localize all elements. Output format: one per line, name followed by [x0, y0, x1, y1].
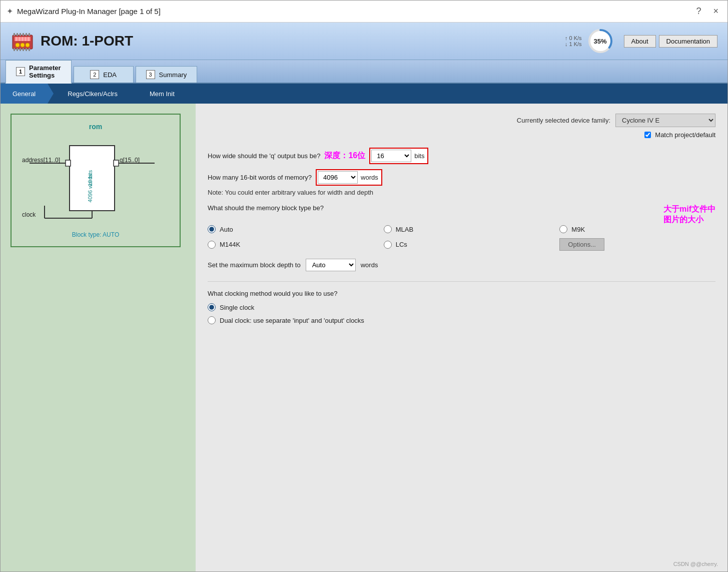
header-area: ROM: 1-PORT ↑ 0 K/s ↓ 1 K/s 35% About	[1, 23, 727, 60]
tab-num-3: 3	[146, 70, 155, 79]
svg-rect-21	[29, 48, 30, 51]
radio-m144k-input[interactable]	[208, 241, 216, 249]
svg-text:4096 words: 4096 words	[87, 174, 93, 202]
mem-words-label: How many 16-bit words of memory?	[208, 174, 312, 181]
max-depth-select[interactable]: Auto 256 512 1024	[306, 259, 356, 271]
window-title: MegaWizard Plug-In Manager [page 1 of 5]	[17, 7, 161, 16]
svg-rect-3	[19, 37, 21, 41]
tab-num-2: 2	[90, 70, 99, 79]
radio-single-clock-input[interactable]	[208, 303, 216, 311]
svg-rect-28	[66, 160, 71, 166]
svg-rect-17	[17, 48, 18, 51]
radio-auto-input[interactable]	[208, 225, 216, 233]
block-type-section: What should the memory block type be? 大于…	[208, 204, 715, 251]
svg-point-7	[16, 43, 20, 47]
svg-rect-14	[26, 33, 27, 36]
max-depth-unit: words	[361, 261, 378, 269]
radio-mlab-input[interactable]	[384, 225, 392, 233]
sub-nav: General Regs/Clken/Aclrs Mem Init	[1, 84, 727, 104]
clocking-section: What clocking method would you like to u…	[208, 290, 715, 324]
subnav-general-label: General	[13, 90, 36, 98]
subnav-regs[interactable]: Regs/Clken/Aclrs	[56, 84, 130, 104]
svg-rect-13	[23, 33, 24, 36]
subnav-mem-init[interactable]: Mem Init	[138, 84, 187, 104]
block-type-section-label: What should the memory block type be?	[208, 204, 324, 212]
device-family-label: Currently selected device family:	[517, 117, 610, 124]
q-bus-label: How wide should the 'q' output bus be?	[208, 152, 320, 160]
block-type-label: Block type: AUTO	[20, 231, 172, 238]
app-icon: ✦	[7, 7, 13, 16]
radio-m9k-input[interactable]	[559, 225, 567, 233]
radio-m9k-label[interactable]: M9K	[571, 226, 585, 233]
svg-rect-5	[25, 37, 27, 41]
circuit-diagram: 16 bits 4096 words address[11..0] q[15..…	[20, 136, 175, 226]
tab-parameter-settings[interactable]: 1 ParameterSettings	[6, 60, 72, 84]
svg-rect-10	[14, 33, 15, 36]
mem-words-select-group: 256 512 1024 2048 4096 words	[316, 169, 382, 186]
block-annotation: 大于mif文件中 图片的大小	[663, 204, 715, 225]
q-bus-select[interactable]: 8 16 32 64	[371, 150, 411, 162]
svg-rect-6	[28, 37, 30, 41]
clocking-label: What clocking method would you like to u…	[208, 290, 715, 297]
svg-rect-30	[114, 160, 119, 166]
radio-m9k: M9K	[559, 225, 715, 233]
svg-rect-11	[17, 33, 18, 36]
subnav-general[interactable]: General	[1, 84, 48, 104]
progress-circle: 35%	[587, 28, 614, 55]
progress-area: ↑ 0 K/s ↓ 1 K/s 35%	[565, 28, 614, 55]
about-button[interactable]: About	[624, 35, 656, 48]
left-panel: rom 16 bits 4096 words	[1, 104, 196, 571]
radio-auto-label[interactable]: Auto	[220, 226, 233, 233]
radio-dual-clock-input[interactable]	[208, 316, 216, 324]
close-button[interactable]: ×	[710, 5, 721, 18]
help-button[interactable]: ?	[693, 5, 704, 18]
tab-eda[interactable]: 2 EDA	[74, 66, 134, 83]
svg-rect-2	[16, 37, 18, 41]
max-depth-label: Set the maximum block depth to	[208, 261, 301, 269]
tab-label-1: ParameterSettings	[29, 64, 61, 79]
mem-words-select[interactable]: 256 512 1024 2048 4096	[318, 171, 358, 184]
progress-stats: ↑ 0 K/s ↓ 1 K/s	[565, 35, 582, 47]
q-unit-label: bits	[414, 152, 426, 160]
svg-text:clock: clock	[22, 211, 36, 218]
documentation-button[interactable]: Documentation	[659, 35, 717, 48]
header-left: ROM: 1-PORT	[11, 29, 133, 53]
svg-text:q[15..0]: q[15..0]	[120, 157, 140, 164]
match-project-row: Match project/default	[208, 131, 715, 139]
radio-m144k-label[interactable]: M144K	[220, 241, 240, 248]
page-title: ROM: 1-PORT	[41, 33, 133, 49]
separator	[208, 281, 715, 282]
header-buttons: About Documentation	[624, 35, 717, 48]
q-bus-row: How wide should the 'q' output bus be? 深…	[208, 148, 715, 164]
radio-single-clock-label[interactable]: Single clock	[220, 304, 254, 311]
radio-dual-clock-label[interactable]: Dual clock: use separate 'input' and 'ou…	[220, 317, 364, 324]
tab-summary[interactable]: 3 Summary	[136, 66, 198, 83]
title-bar: ✦ MegaWizard Plug-In Manager [page 1 of …	[1, 1, 727, 23]
radio-mlab-label[interactable]: MLAB	[396, 226, 413, 233]
right-panel: Currently selected device family: Cyclon…	[196, 104, 727, 571]
svg-text:address[11..0]: address[11..0]	[22, 157, 60, 164]
match-project-checkbox[interactable]	[644, 132, 651, 138]
tab-label-3: Summary	[159, 71, 187, 79]
main-window: ✦ MegaWizard Plug-In Manager [page 1 of …	[0, 0, 728, 572]
page-tabs: 1 ParameterSettings 2 EDA 3 Summary	[1, 60, 727, 84]
note-text: Note: You could enter arbitrary values f…	[208, 189, 715, 196]
svg-rect-19	[23, 48, 24, 51]
subnav-mem-init-label: Mem Init	[150, 90, 175, 98]
subnav-regs-label: Regs/Clken/Aclrs	[68, 90, 118, 98]
block-type-radio-group: Auto MLAB M9K M144K	[208, 225, 715, 251]
diagram-title: rom	[20, 123, 172, 131]
radio-dual-clock: Dual clock: use separate 'input' and 'ou…	[208, 316, 715, 324]
radio-lcs-label[interactable]: LCs	[396, 241, 407, 248]
footer-attribution: CSDN @@cherry.	[673, 561, 718, 567]
svg-rect-20	[26, 48, 27, 51]
tab-label-2: EDA	[103, 71, 117, 79]
q-annotation: 深度：16位	[324, 151, 365, 161]
title-bar-left: ✦ MegaWizard Plug-In Manager [page 1 of …	[7, 7, 161, 16]
download-stat: ↓ 1 K/s	[565, 41, 582, 47]
radio-lcs-input[interactable]	[384, 241, 392, 249]
options-button[interactable]: Options...	[559, 238, 604, 251]
match-project-label[interactable]: Match project/default	[655, 131, 715, 139]
device-family-select[interactable]: Cyclone IV E	[615, 114, 715, 127]
radio-mlab: MLAB	[384, 225, 540, 233]
